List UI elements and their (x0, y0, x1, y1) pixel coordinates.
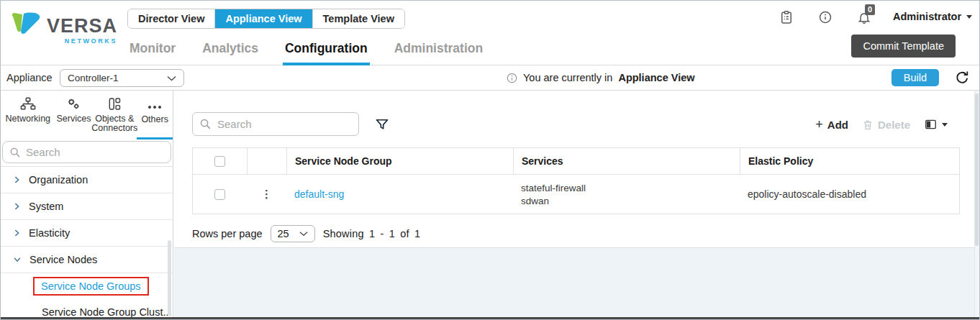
chevron-right-icon (13, 202, 21, 211)
service-node-group-link[interactable]: default-sng (294, 188, 344, 200)
rows-per-page-select[interactable]: 25 (271, 225, 315, 242)
banner-text-view: Appliance View (618, 72, 694, 83)
tree-item-label: Service Nodes (30, 254, 97, 265)
nav-tab-analytics[interactable]: Analytics (200, 41, 260, 65)
objects-grid-icon (107, 97, 122, 111)
sidebar-tabs: Networking Services (1, 91, 173, 140)
tree-item-system[interactable]: System (1, 193, 173, 220)
delete-button[interactable]: Delete (862, 119, 910, 131)
service-value: stateful-firewall (521, 183, 586, 193)
chevron-down-icon (942, 123, 948, 127)
sidebar-tab-label: Services (56, 114, 91, 124)
versa-logo-icon (11, 11, 41, 44)
sidebar-tab-label: Objects & Connectors (91, 114, 137, 133)
tree-item-label: System (29, 201, 63, 212)
chevron-down-icon (966, 15, 972, 19)
filter-icon[interactable] (375, 117, 389, 132)
row-name-cell: default-sng (286, 175, 513, 214)
info-icon[interactable] (818, 10, 832, 24)
select-all-checkbox[interactable] (214, 156, 225, 167)
view-banner: You are currently in Appliance View (507, 65, 695, 90)
nav-tab-administration[interactable]: Administration (392, 41, 485, 65)
sidebar-tab-objects-connectors[interactable]: Objects & Connectors (92, 91, 137, 140)
gears-icon (65, 97, 81, 111)
row-services-cell: stateful-firewall sdwan (513, 175, 740, 214)
delete-button-label: Delete (878, 119, 910, 131)
add-button[interactable]: + Add (815, 118, 848, 131)
sidebar-tab-label: Networking (6, 114, 51, 124)
sidebar-search-input[interactable] (26, 146, 164, 158)
nav-tab-configuration[interactable]: Configuration (283, 41, 370, 65)
plus-icon: + (815, 118, 823, 131)
chevron-right-icon (13, 175, 21, 184)
row-checkbox-cell (193, 175, 247, 214)
table-row: ⋮ default-sng stateful-firewall sdwan ep… (192, 175, 960, 214)
search-icon (199, 118, 212, 130)
user-menu-label: Administrator (893, 11, 961, 22)
ellipsis-icon (148, 102, 161, 111)
main-content: + Add Delete (174, 91, 979, 317)
tab-director-view[interactable]: Director View (128, 9, 214, 28)
chevron-right-icon (13, 229, 21, 237)
tree-item-service-node-group-clusters[interactable]: Service Node Group Clust... (1, 299, 173, 317)
sidebar-tree: Organization System Elasticity Service N… (1, 166, 173, 317)
row-actions-cell: ⋮ (247, 175, 286, 214)
main-scrollbar-thumb[interactable] (975, 93, 979, 246)
versa-logo-text: VERSA NETWORKS (47, 17, 117, 45)
tab-appliance-view[interactable]: Appliance View (214, 9, 312, 28)
columns-icon (924, 118, 938, 131)
sidebar-tab-networking[interactable]: Networking (1, 91, 55, 140)
info-icon (507, 73, 517, 83)
search-icon (9, 147, 21, 158)
tree-item-organization[interactable]: Organization (1, 167, 173, 193)
service-node-groups-table: Service Node Group Services Elastic Poli… (192, 147, 960, 214)
column-picker-button[interactable] (924, 118, 948, 131)
service-node-groups-highlight[interactable]: Service Node Groups (33, 277, 149, 296)
tree-item-service-nodes[interactable]: Service Nodes (1, 247, 173, 273)
row-checkbox[interactable] (214, 189, 225, 200)
header-actions-cell (247, 148, 286, 174)
appliance-label: Appliance (6, 72, 53, 83)
chevron-down-icon (167, 76, 176, 81)
sidebar-tab-label: Others (141, 115, 168, 124)
chevron-down-icon (13, 255, 22, 264)
appliance-bar: Appliance Controller-1 You are currently… (1, 65, 979, 91)
tree-item-label: Organization (29, 174, 88, 186)
table-header-row: Service Node Group Services Elastic Poli… (192, 147, 960, 175)
tree-item-service-node-groups[interactable]: Service Node Groups (1, 273, 173, 299)
column-header-service-node-group[interactable]: Service Node Group (286, 148, 513, 174)
tasks-clipboard-icon[interactable] (779, 10, 794, 24)
sidebar: Networking Services (1, 91, 173, 317)
table-search-input[interactable] (217, 118, 352, 130)
sidebar-tab-others[interactable]: Others (137, 91, 173, 140)
tree-item-label: Elasticity (29, 227, 70, 239)
app-window: VERSA NETWORKS Director View Appliance V… (0, 0, 980, 320)
banner-text-prefix: You are currently in (523, 72, 612, 83)
appliance-select[interactable]: Controller-1 (60, 69, 184, 87)
commit-template-button[interactable]: Commit Template (851, 35, 956, 58)
main-scrollbar[interactable] (974, 91, 979, 317)
table-toolbar: + Add Delete (815, 118, 948, 131)
versa-logo: VERSA NETWORKS (11, 11, 117, 45)
notification-count-badge: 0 (865, 4, 875, 15)
appliance-select-value: Controller-1 (68, 73, 119, 83)
header-checkbox-cell (193, 148, 247, 174)
main-nav: Monitor Analytics Configuration Administ… (127, 41, 485, 65)
sidebar-tab-services[interactable]: Services (55, 91, 93, 140)
showing-count-text: Showing 1 - 1 of 1 (323, 228, 420, 239)
build-button[interactable]: Build (891, 69, 939, 86)
refresh-icon[interactable] (955, 70, 970, 86)
logo-sub: NETWORKS (65, 37, 117, 45)
bottom-edge-bar (1, 317, 979, 319)
column-header-services[interactable]: Services (513, 148, 740, 174)
rows-per-page-label: Rows per page (192, 228, 263, 239)
tab-template-view[interactable]: Template View (312, 9, 404, 28)
kebab-menu-icon[interactable]: ⋮ (261, 188, 272, 201)
column-header-elastic-policy[interactable]: Elastic Policy (740, 148, 959, 174)
view-switcher: Director View Appliance View Template Vi… (127, 9, 405, 29)
sidebar-scrollbar[interactable] (168, 240, 171, 316)
tree-item-elasticity[interactable]: Elasticity (1, 220, 173, 247)
nav-tab-monitor[interactable]: Monitor (127, 41, 178, 65)
chevron-down-icon (299, 231, 308, 237)
user-menu[interactable]: Administrator (893, 11, 972, 22)
